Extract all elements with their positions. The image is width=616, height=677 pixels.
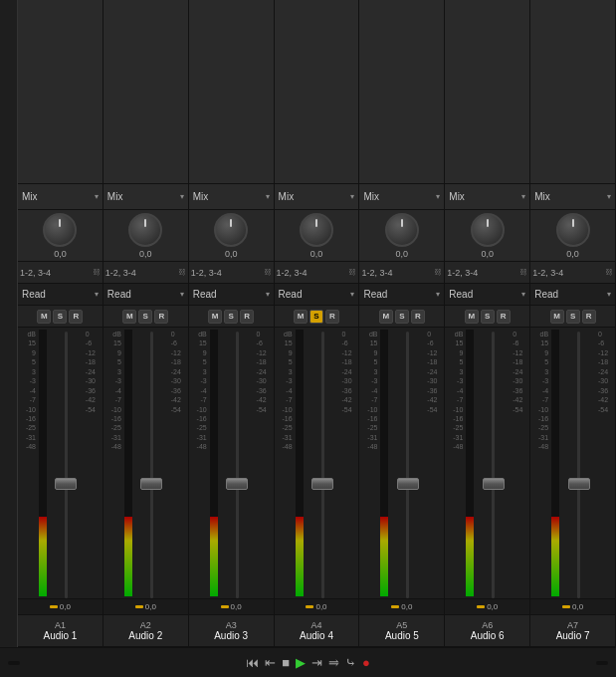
- transport-bar: ⏮ ⇤ ■ ▶ ⇥ ⥤ ⤷ ●: [0, 647, 616, 677]
- mix-arrow-A2: ▾: [180, 192, 184, 201]
- mix-dropdown-A5[interactable]: Mix▾: [359, 184, 445, 209]
- mix-dropdown-A3[interactable]: Mix▾: [189, 184, 275, 209]
- channel-pan-A6: 0,0: [445, 210, 530, 261]
- pan-knob-A7[interactable]: [556, 213, 590, 247]
- read-dropdown-A5[interactable]: Read ▾: [359, 284, 445, 305]
- read-dropdown-A7[interactable]: Read ▾: [530, 284, 616, 305]
- read-dropdown-A2[interactable]: Read ▾: [103, 284, 189, 305]
- solo-btn-A7[interactable]: S: [566, 310, 580, 324]
- fader-handle-A5[interactable]: [397, 478, 419, 490]
- transport-record[interactable]: ●: [362, 655, 370, 670]
- mute-btn-A6[interactable]: M: [465, 310, 479, 324]
- solo-btn-A2[interactable]: S: [138, 310, 152, 324]
- channel-pan-A1: 0,0: [18, 210, 103, 261]
- level-meter-A3: [210, 330, 218, 596]
- pan-knob-A3[interactable]: [214, 213, 248, 247]
- channel-label-A6[interactable]: A6 Audio 6: [445, 615, 530, 646]
- pan-value-A6: 0,0: [481, 249, 494, 259]
- solo-btn-A1[interactable]: S: [53, 310, 67, 324]
- fader-handle-A6[interactable]: [483, 478, 505, 490]
- mix-dropdown-A4[interactable]: Mix▾: [275, 184, 360, 209]
- level-meter-A6: [466, 330, 474, 596]
- link-icon-A7[interactable]: ⛓: [605, 268, 613, 277]
- yellow-dot-A3: [221, 605, 229, 608]
- mute-btn-A4[interactable]: M: [294, 310, 308, 324]
- mix-arrow-A1: ▾: [95, 192, 99, 201]
- channel-input-A1: 1-2, 3-4 ⛓: [18, 262, 103, 283]
- db-scale-left-A3: dB15953-3-4-7-10-16-25-31-48: [189, 328, 209, 598]
- rec-btn-A1[interactable]: R: [69, 310, 83, 324]
- mute-btn-A5[interactable]: M: [379, 310, 393, 324]
- mute-btn-A7[interactable]: M: [550, 310, 564, 324]
- read-label-A2: Read: [107, 289, 131, 300]
- transport-back[interactable]: ⇤: [265, 655, 276, 670]
- rec-btn-A2[interactable]: R: [154, 310, 168, 324]
- pan-knob-A2[interactable]: [128, 213, 162, 247]
- mute-btn-A1[interactable]: M: [37, 310, 51, 324]
- fader-handle-A4[interactable]: [311, 478, 333, 490]
- solo-btn-A4[interactable]: S: [309, 310, 323, 324]
- channel-input-A5: 1-2, 3-4 ⛓: [359, 262, 445, 283]
- mute-btn-A3[interactable]: M: [208, 310, 222, 324]
- mix-dropdown-A7[interactable]: Mix▾: [530, 184, 616, 209]
- link-icon-A5[interactable]: ⛓: [434, 268, 442, 277]
- link-icon-A4[interactable]: ⛓: [348, 268, 356, 277]
- db-scale-right-A4: 0-6-12-18-24-30-36-42-54: [340, 328, 358, 598]
- input-label-A2: 1-2, 3-4: [105, 268, 136, 278]
- read-dropdown-A6[interactable]: Read ▾: [445, 284, 530, 305]
- fader-num-A4: 0,0: [315, 602, 326, 611]
- mix-dropdown-A6[interactable]: Mix▾: [445, 184, 530, 209]
- channel-input-A3: 1-2, 3-4 ⛓: [189, 262, 275, 283]
- link-icon-A2[interactable]: ⛓: [178, 268, 186, 277]
- link-icon-A1[interactable]: ⛓: [93, 268, 101, 277]
- rec-btn-A3[interactable]: R: [240, 310, 254, 324]
- rec-btn-A5[interactable]: R: [411, 310, 425, 324]
- transport-forward[interactable]: ⇥: [311, 655, 322, 670]
- transport-rewind[interactable]: ⏮: [246, 655, 259, 670]
- read-dropdown-A1[interactable]: Read ▾: [18, 284, 103, 305]
- mix-arrow-A6: ▾: [521, 192, 525, 201]
- fader-value-A1: 0,0: [18, 599, 103, 614]
- fader-handle-A2[interactable]: [140, 478, 162, 490]
- read-dropdown-A3[interactable]: Read ▾: [189, 284, 275, 305]
- rec-btn-A6[interactable]: R: [497, 310, 511, 324]
- fader-track-area-A6: [475, 328, 512, 598]
- transport-loop-out[interactable]: ⤷: [345, 655, 356, 670]
- input-label-A4: 1-2, 3-4: [277, 268, 308, 278]
- solo-btn-A3[interactable]: S: [224, 310, 238, 324]
- pan-knob-A1[interactable]: [43, 213, 77, 247]
- pan-knob-A6[interactable]: [471, 213, 505, 247]
- transport-stop[interactable]: ■: [282, 655, 290, 670]
- channel-label-A7[interactable]: A7 Audio 7: [530, 615, 616, 646]
- ch-number-A7: A7: [567, 620, 578, 630]
- mix-dropdown-A1[interactable]: Mix▾: [18, 184, 103, 209]
- meter-bar-A7: [551, 330, 559, 596]
- fader-handle-A7[interactable]: [568, 478, 590, 490]
- meter-fill-A1: [39, 517, 47, 596]
- channel-pan-A5: 0,0: [359, 210, 445, 261]
- rec-btn-A7[interactable]: R: [582, 310, 596, 324]
- rec-btn-A4[interactable]: R: [325, 310, 339, 324]
- transport-loop-in[interactable]: ⥤: [328, 655, 339, 670]
- solo-btn-A5[interactable]: S: [395, 310, 409, 324]
- channel-send-A1: [18, 0, 103, 183]
- solo-btn-A6[interactable]: S: [481, 310, 495, 324]
- fader-track-A4: [321, 332, 324, 598]
- channel-label-A2[interactable]: A2 Audio 2: [103, 615, 189, 646]
- pan-knob-A5[interactable]: [385, 213, 419, 247]
- read-dropdown-A4[interactable]: Read ▾: [275, 284, 360, 305]
- transport-play[interactable]: ▶: [296, 655, 306, 670]
- channel-label-A1[interactable]: A1 Audio 1: [18, 615, 103, 646]
- ch-number-A2: A2: [140, 620, 151, 630]
- link-icon-A3[interactable]: ⛓: [264, 268, 272, 277]
- mute-btn-A2[interactable]: M: [122, 310, 136, 324]
- channel-label-A3[interactable]: A3 Audio 3: [189, 615, 275, 646]
- channel-label-A5[interactable]: A5 Audio 5: [359, 615, 445, 646]
- channel-label-A4[interactable]: A4 Audio 4: [275, 615, 360, 646]
- pan-knob-A4[interactable]: [300, 213, 333, 247]
- fader-handle-A3[interactable]: [226, 478, 248, 490]
- db-scale-left-A7: dB15953-3-4-7-10-16-25-31-48: [530, 328, 550, 598]
- fader-handle-A1[interactable]: [55, 478, 77, 490]
- mix-dropdown-A2[interactable]: Mix▾: [103, 184, 189, 209]
- link-icon-A6[interactable]: ⛓: [519, 268, 527, 277]
